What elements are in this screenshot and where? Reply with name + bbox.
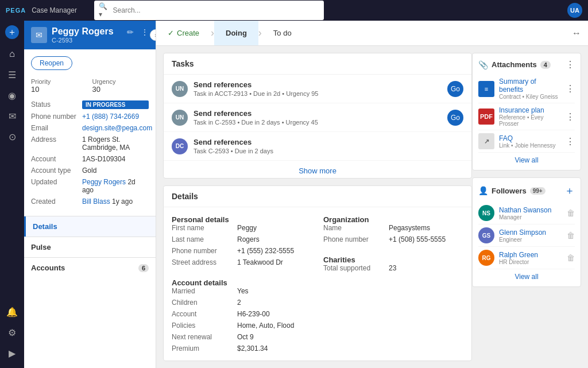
updated-row: Updated Peggy Rogers 2d ago [31,178,149,194]
followers-count-badge: 99+ [530,187,546,195]
sidebar-accounts-tab[interactable]: Accounts 6 [24,258,156,278]
account-value: 1AS-D109304 [82,155,149,163]
sidebar-expand-btn[interactable]: › [150,29,156,41]
more-options-icon[interactable]: ⋮ [138,26,151,38]
edit-icon[interactable]: ✏ [125,26,136,38]
search-bar[interactable]: 🔍▾ [94,1,324,20]
follower-item-3: RG Ralph Green HR Director 🗑 [478,247,575,269]
task-item-2: UN Send references Task in C-2593 • Due … [164,103,471,132]
follower-name-3[interactable]: Ralph Green [499,251,562,259]
status-label: Status [31,100,80,109]
org-charities-section: Organization Name Pegasystems Phone numb… [323,215,463,356]
followers-view-all-link[interactable]: View all [478,269,575,281]
followers-card-header: 👤 Followers 99+ ＋ [478,184,575,197]
attachments-title: 📎 Attachments 4 [478,60,551,69]
created-person-link[interactable]: Bill Blass [82,197,110,206]
urgency-item: Urgency 30 [92,78,149,94]
sidebar-header: ✉ Peggy Rogers C-2593 ✏ ⋮ › [24,21,156,49]
reopen-button[interactable]: Reopen [31,56,72,70]
urgency-label: Urgency [92,78,149,85]
follower-name-1[interactable]: Nathan Swanson [499,206,562,214]
attachment-sub-1: Contract • Kiley Gneiss [499,94,561,100]
nav-bottom: 🔔 ⚙ ▶ [3,303,21,362]
task-go-button-1[interactable]: Go [447,81,463,97]
created-label: Created [31,197,80,206]
attachment-item-2: PDF Insurance plan Reference • Evey Pros… [478,103,575,130]
task-go-button-2[interactable]: Go [447,110,463,126]
phone-value[interactable]: +1 (888) 734-2669 [82,113,149,121]
progress-create-label: Create [177,29,199,37]
detail-lastname: Last name Rogers [172,235,312,243]
task-sub-1: Task in ACCT-2913 • Due in 2d • Urgency … [194,90,442,97]
follower-role-3: HR Director [499,259,562,265]
task-info-1: Send references Task in ACCT-2913 • Due … [194,80,442,97]
followers-add-icon[interactable]: ＋ [564,184,575,197]
updated-person-link[interactable]: Peggy Rogers [82,178,126,186]
task-avatar-2: UN [172,110,188,126]
nav-add-icon[interactable]: ＋ [5,25,19,39]
account-row: Account 1AS-D109304 [31,155,149,163]
case-id: C-2593 [52,37,114,44]
nav-home-icon[interactable]: ⌂ [3,45,21,63]
user-avatar[interactable]: UA [567,3,582,18]
attachment-more-1[interactable]: ⋮ [566,83,575,94]
task-title-2: Send references [194,109,442,118]
task-item-3: DC Send references Task C-2593 • Due in … [164,132,471,161]
search-dropdown-icon[interactable]: 🔍▾ [99,2,110,18]
priority-item: Priority 10 [31,78,88,94]
address-label: Address [31,135,80,152]
details-card: Details Personal details First name Pegg… [163,185,472,361]
address-value: 1 Rogers St. Cambridge, MA [82,135,149,152]
follower-role-1: Manager [499,214,562,220]
follower-remove-1[interactable]: 🗑 [567,208,575,218]
updated-value: Peggy Rogers 2d ago [82,178,149,194]
follower-remove-3[interactable]: 🗑 [567,253,575,262]
attachment-more-3[interactable]: ⋮ [566,136,575,147]
attachment-name-2[interactable]: Insurance plan [499,106,561,114]
follower-avatar-2: GS [478,227,494,243]
sidebar-section-pulse: Pulse [24,237,156,257]
progress-step-todo[interactable]: To do [262,21,303,45]
nav-explore-icon[interactable]: ◉ [3,86,21,104]
detail-account: Account H6-239-00 [172,310,312,318]
nav-cases-icon[interactable]: ☰ [3,65,21,84]
detail-renewal: Next renewal Oct 9 [172,333,312,341]
email-value[interactable]: design.site@pega.com [82,124,152,132]
nav-settings-icon[interactable]: ⚙ [3,323,21,342]
nav-mail-icon[interactable]: ✉ [3,107,21,125]
attachment-doc-icon: ≡ [478,81,494,97]
attachment-item-1: ≡ Summary of benefits Contract • Kiley G… [478,75,575,103]
nav-play-icon[interactable]: ▶ [3,344,21,362]
show-more-link[interactable]: Show more [164,161,471,179]
nav-search-icon[interactable]: ⊙ [3,127,21,146]
detail-policies: Policies Home, Auto, Flood [172,321,312,330]
task-info-3: Send references Task C-2593 • Due in 2 d… [194,138,463,154]
account-type-label: Account type [31,166,80,175]
updated-label: Updated [31,178,80,194]
sidebar-section-accounts: Accounts 6 [24,257,156,278]
sidebar-details-tab[interactable]: Details [24,216,156,237]
detail-address: Street address 1 Teakwood Dr [172,258,312,266]
charities-heading: Charities [323,255,463,264]
search-input[interactable] [113,6,319,14]
task-avatar-1: UN [172,81,188,97]
progress-step-create[interactable]: ✓ Create [156,21,211,45]
nav-bell-icon[interactable]: 🔔 [3,303,21,321]
followers-card: 👤 Followers 99+ ＋ NS Nathan Swanson Mana… [472,177,581,287]
follower-name-2[interactable]: Glenn Simpson [499,228,562,237]
attachment-more-2[interactable]: ⋮ [566,111,575,122]
task-sub-2: Task in C-2593 • Due in 2 days • Urgency… [194,119,442,126]
progress-expand-icon[interactable]: ↔ [565,28,588,38]
details-content: Personal details First name Peggy Last n… [164,207,471,361]
followers-title: 👤 Followers 99+ [478,186,546,195]
attachment-name-1[interactable]: Summary of benefits [499,78,561,94]
sidebar-pulse-tab[interactable]: Pulse [24,237,156,257]
attachments-view-all-link[interactable]: View all [478,153,575,164]
details-header: Details [164,186,471,207]
app-body: ＋ ⌂ ☰ ◉ ✉ ⊙ 🔔 ⚙ ▶ ✉ Peggy Rogers C-2593 … [0,21,588,368]
attachment-name-3[interactable]: FAQ [499,134,561,142]
follower-remove-2[interactable]: 🗑 [567,231,575,240]
account-label: Account [31,155,80,163]
progress-step-doing[interactable]: Doing [214,21,258,45]
attachments-more-icon[interactable]: ⋮ [566,59,575,70]
